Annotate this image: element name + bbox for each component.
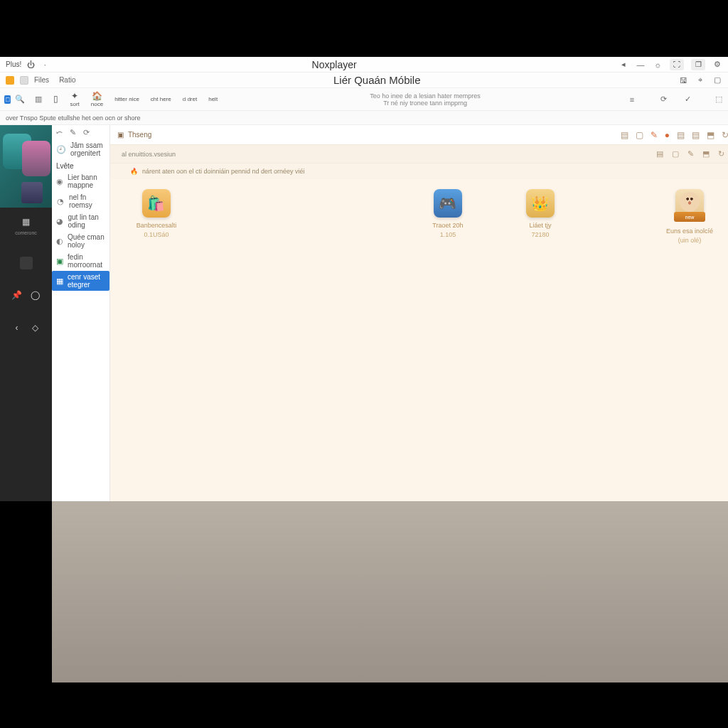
nav-back-icon[interactable]: ⤺ bbox=[56, 128, 63, 137]
row2-right-label: Ratio bbox=[59, 76, 75, 84]
chevron-left-icon[interactable]: ‹ bbox=[11, 321, 23, 334]
app-icon: 🛍️ bbox=[142, 189, 171, 218]
refresh-icon[interactable]: ⟳ bbox=[658, 95, 668, 105]
nav-refresh-icon[interactable]: ⟳ bbox=[83, 128, 90, 137]
tool-icon[interactable]: ▤ bbox=[621, 130, 628, 140]
minimize-icon[interactable]: — bbox=[636, 60, 646, 70]
game-banner[interactable] bbox=[0, 125, 52, 208]
clock-icon: ◔ bbox=[56, 196, 65, 206]
app-item[interactable]: 🛍️ Banbencesalti 0.1USá0 bbox=[124, 189, 188, 238]
note-tool-icon[interactable]: ▢ bbox=[672, 149, 679, 159]
tool-icon[interactable]: ▤ bbox=[692, 130, 700, 140]
subtitle-bar: Files Ratio Liér Quaán Móbile 🖫 ⌖ ▢ bbox=[0, 73, 728, 88]
grey-badge-icon bbox=[20, 76, 28, 85]
content-area: ▣ Thseng ▤ ▢ ✎ ● ▤ ▤ ⬒ ↻ al enuittios.vs… bbox=[110, 125, 728, 501]
fullscreen-icon[interactable]: ⛶ bbox=[670, 59, 684, 70]
app-item[interactable]: new Euns esa inolcíé (uin olé) bbox=[658, 189, 722, 244]
history-icon: 🕘 bbox=[56, 144, 66, 154]
toolbar-item-home[interactable]: 🏠noce bbox=[91, 92, 103, 107]
tool-icon[interactable]: ▢ bbox=[636, 130, 643, 140]
dot-icon: · bbox=[40, 60, 50, 70]
settings-icon[interactable]: ⚙ bbox=[712, 60, 722, 70]
save-icon[interactable]: 🖫 bbox=[678, 75, 688, 85]
toolbar-subtitle1: Teo ho inee de a lesian hater mempres bbox=[223, 92, 627, 100]
content-note-1: al enuittios.vsesiun ▤ ▢ ✎ ⬒ ↻ bbox=[110, 145, 728, 164]
restore-icon[interactable]: ❐ bbox=[691, 59, 705, 70]
sidebar-item[interactable]: ◕gut lin tan oding bbox=[52, 211, 109, 231]
sub-toolbar-text: over Tnspo Spute etullshe het oen ocn or… bbox=[6, 114, 140, 122]
sidebar-section-title: Lvête bbox=[52, 159, 109, 171]
sidebar-item[interactable]: ◐Quée cman noloy bbox=[52, 231, 109, 251]
pin-icon[interactable]: 📌 bbox=[11, 289, 23, 301]
note-edit-icon[interactable]: ✎ bbox=[687, 149, 694, 159]
file-sidebar: ⤺ ✎ ⟳ 🕘 Jâm ssam orgenitert Lvête ◉Lier … bbox=[52, 125, 110, 501]
note-reload-icon[interactable]: ↻ bbox=[718, 149, 724, 159]
toolbar-subtitle2: Tr né niy tronee tann impprng bbox=[223, 100, 627, 107]
toolbar: □ 🔍 ▥ ▯ ✦sort 🏠noce hitter nice cht here… bbox=[0, 88, 728, 111]
app-badge-icon bbox=[6, 76, 14, 85]
desktop-background bbox=[52, 501, 728, 682]
app-icon: 🎮 bbox=[434, 189, 462, 218]
page-icon: ▯ bbox=[53, 95, 58, 103]
avatar-icon: new bbox=[675, 189, 704, 218]
half-icon: ◐ bbox=[56, 236, 63, 246]
app-item[interactable]: 🎮 Traoet 20h 1.105 bbox=[416, 189, 480, 238]
app-grid: 🛍️ Banbencesalti 0.1USá0 🎮 Traoet 20h 1.… bbox=[110, 179, 728, 501]
sidebar-item[interactable]: ▣fedin morroornat bbox=[52, 251, 109, 271]
new-badge: new bbox=[674, 212, 705, 222]
app-item[interactable]: 👑 Liáet tjy 72180 bbox=[508, 189, 572, 238]
location-icon[interactable]: ⌖ bbox=[695, 75, 705, 85]
note-tool-icon[interactable]: ▤ bbox=[656, 149, 663, 159]
nav-edit-icon[interactable]: ✎ bbox=[70, 128, 76, 137]
check-icon[interactable]: ✓ bbox=[682, 95, 692, 105]
sub-toolbar: over Tnspo Spute etullshe het oen ocn or… bbox=[0, 111, 728, 125]
sun-icon[interactable]: ☼ bbox=[653, 60, 663, 70]
diamond-icon[interactable]: ◇ bbox=[29, 321, 42, 334]
titlebar: Plus! ⏻ · Noxplayer ◂ — ☼ ⛶ ❐ ⚙ bbox=[0, 57, 728, 73]
letterbox-bottom bbox=[0, 682, 728, 728]
toolbar-item[interactable]: hitter nice bbox=[114, 97, 139, 102]
sidebar-label: comeronc bbox=[15, 230, 37, 235]
circle-icon[interactable]: ◯ bbox=[29, 289, 42, 301]
sidebar-item[interactable]: ◉Lier bann mappne bbox=[52, 171, 109, 191]
toolbar-item[interactable]: d dret bbox=[183, 97, 197, 102]
back-icon[interactable]: ◂ bbox=[619, 60, 628, 70]
square-icon: ▣ bbox=[56, 256, 63, 266]
home-button[interactable]: □ bbox=[4, 95, 11, 104]
sidebar-item-selected[interactable]: ▦cenr vaset etegrer bbox=[52, 271, 109, 291]
card-icon[interactable]: ▥ bbox=[33, 95, 43, 105]
toggle-icon[interactable]: ⏻ bbox=[26, 60, 36, 70]
toolbar-item[interactable]: helt bbox=[208, 97, 218, 102]
menu-icon[interactable]: ≡ bbox=[627, 95, 637, 105]
search-icon[interactable]: 🔍 bbox=[15, 95, 25, 105]
tool-icon[interactable]: ⬒ bbox=[707, 130, 714, 140]
sidebar-slot[interactable] bbox=[20, 257, 33, 269]
sidebar-recent[interactable]: 🕘 Jâm ssam orgenitert bbox=[52, 139, 109, 159]
window-icon[interactable]: ⬚ bbox=[714, 95, 724, 105]
toolbar-item[interactable]: ▯ bbox=[53, 95, 58, 105]
dot-icon[interactable]: ● bbox=[665, 130, 670, 140]
content-note-2: 🔥 nárent aten oon el cti doinniáin penni… bbox=[110, 164, 728, 179]
toolbar-item[interactable]: cht here bbox=[151, 97, 171, 102]
game-title: Liér Quaán Móbile bbox=[75, 74, 678, 86]
content-header-label: Thseng bbox=[128, 131, 151, 139]
grid-icon[interactable]: ▦ bbox=[20, 215, 33, 228]
sidebar-recent-label: Jâm ssam orgenitert bbox=[70, 141, 105, 157]
note-tool-icon[interactable]: ⬒ bbox=[702, 149, 710, 159]
home-icon: 🏠 bbox=[92, 92, 102, 100]
star-icon: ✦ bbox=[71, 92, 78, 100]
tool-icon[interactable]: ▤ bbox=[677, 130, 685, 140]
row2-left-label: Files bbox=[34, 76, 49, 84]
sidebar-item[interactable]: ◔nel fn roemsy bbox=[52, 191, 109, 211]
reload-icon[interactable]: ↻ bbox=[722, 130, 728, 140]
circle-icon: ◉ bbox=[56, 176, 63, 186]
emulator-sidebar: ▦ comeronc 📌 ◯ ‹ ◇ bbox=[0, 125, 52, 501]
toolbar-item-sort[interactable]: ✦sort bbox=[70, 92, 79, 107]
edit-icon[interactable]: ✎ bbox=[651, 130, 658, 140]
titlebar-left-label: Plus! bbox=[6, 60, 21, 68]
pie-icon: ◕ bbox=[56, 216, 63, 226]
doc-icon[interactable]: ▢ bbox=[712, 75, 722, 85]
app-title: Noxplayer bbox=[50, 59, 619, 70]
content-header: ▣ Thseng ▤ ▢ ✎ ● ▤ ▤ ⬒ ↻ bbox=[110, 125, 728, 145]
fire-icon: 🔥 bbox=[130, 168, 138, 175]
